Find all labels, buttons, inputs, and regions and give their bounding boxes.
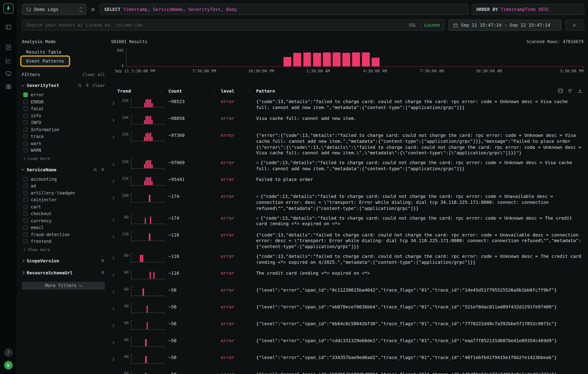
filter-option-WARN[interactable]: WARN (23, 147, 105, 154)
checkbox-info[interactable] (23, 113, 28, 118)
checkbox-checkout[interactable] (23, 211, 28, 216)
histogram-bar[interactable] (313, 53, 321, 66)
source-selector[interactable]: Demo Logs (22, 4, 86, 15)
pin-icon[interactable] (85, 83, 90, 88)
expand-chevron-icon[interactable] (111, 253, 117, 261)
checkbox-warn[interactable] (23, 141, 28, 146)
checkbox-cart[interactable] (23, 204, 28, 209)
pattern-row[interactable]: 60~58error{"level":"error","span_id":"b9… (111, 369, 583, 374)
search-icon[interactable] (78, 83, 82, 88)
pattern-row[interactable]: 60~58error{"level":"error","span_id":"33… (111, 353, 583, 369)
filter-option-info[interactable]: info (23, 112, 105, 119)
checkbox-ad[interactable] (23, 184, 28, 188)
expand-chevron-icon[interactable] (111, 132, 117, 139)
pin-icon[interactable] (101, 270, 105, 275)
histogram-bar[interactable] (323, 52, 331, 66)
source-settings-button[interactable]: ⚙ (90, 4, 96, 15)
download-icon[interactable] (577, 88, 583, 94)
checkbox-fatal[interactable] (23, 107, 28, 111)
histogram-bar[interactable] (284, 57, 292, 66)
expand-chevron-icon[interactable] (111, 354, 117, 362)
checkbox-trace[interactable] (23, 134, 28, 139)
expand-chevron-icon[interactable] (111, 303, 117, 311)
expand-chevron-icon[interactable] (111, 176, 117, 184)
filter-option-error[interactable]: ✓error (23, 91, 105, 98)
checkbox-email[interactable] (23, 225, 28, 230)
pattern-row[interactable]: 180~174error×{"code":13,"details":"faile… (111, 192, 583, 213)
checkbox-currency[interactable] (23, 218, 28, 223)
nav-live-tail-button[interactable] (3, 68, 13, 79)
severity-clear-button[interactable]: Clear (93, 83, 105, 88)
severity-load-more[interactable]: Load more (23, 156, 105, 161)
filter-option-currency[interactable]: currency (23, 217, 105, 224)
expand-chevron-icon[interactable] (111, 320, 117, 328)
pattern-row[interactable]: 120~116error{"code":13,"details":"failed… (111, 230, 583, 252)
app-logo[interactable] (3, 3, 13, 13)
expand-chevron-icon[interactable] (111, 371, 117, 374)
pattern-row[interactable]: 60~116errorThe credit card (ending <*> e… (111, 268, 583, 285)
help-button[interactable]: ? (4, 348, 13, 357)
clear-all-button[interactable]: Clear all (83, 72, 105, 77)
mode-results-table[interactable]: Results Table (22, 48, 66, 56)
expand-chevron-icon[interactable] (111, 214, 117, 222)
service-show-more[interactable]: Show more (23, 247, 105, 253)
nav-dashboards-button[interactable] (3, 81, 13, 92)
filter-option-fraud-detection[interactable]: fraud-detection (23, 231, 105, 238)
checkbox-ERROR[interactable] (23, 100, 28, 104)
scope-version-group-header[interactable]: ScopeVersion (22, 257, 105, 264)
lucene-mode-toggle[interactable]: Lucene (424, 22, 440, 28)
histogram-bar[interactable] (362, 52, 370, 66)
filter-option-ERROR[interactable]: ERROR (23, 98, 105, 105)
expand-chevron-icon[interactable] (111, 98, 117, 106)
pin-icon[interactable] (101, 167, 105, 172)
expand-chevron-icon[interactable] (111, 193, 117, 201)
events-histogram[interactable]: 80K 0 (111, 48, 583, 67)
filter-option-artillery-loadgen[interactable]: artillery-loadgen (23, 190, 105, 196)
checkbox-WARN[interactable] (23, 148, 28, 153)
code-view-icon[interactable] (558, 88, 563, 94)
histogram-bar[interactable] (294, 53, 301, 66)
nav-chart-button[interactable] (3, 55, 13, 66)
date-range-picker[interactable]: Sep 11 15:47:14 - Sep 12 15:47:14 (448, 20, 561, 31)
search-input[interactable] (26, 20, 405, 30)
expand-chevron-icon[interactable] (111, 159, 117, 167)
filter-option-warn[interactable]: warn (23, 140, 105, 147)
filter-option-INFO[interactable]: INFO (23, 119, 105, 126)
pattern-row[interactable]: 60~58error{"level":"error","span_id":"cd… (111, 336, 583, 353)
filter-option-trace[interactable]: trace (23, 133, 105, 140)
checkbox-INFO[interactable] (23, 121, 28, 125)
checkbox-artillery-loadgen[interactable] (23, 191, 28, 195)
pattern-row[interactable]: 60~174error×{"code":13,"details":"failed… (111, 213, 583, 230)
pattern-row[interactable]: 60~58error{"level":"error","span_id":"0c… (111, 285, 583, 302)
column-header-trend[interactable]: Trend (117, 89, 168, 94)
expand-chevron-icon[interactable] (111, 115, 117, 122)
checkbox-Information[interactable] (23, 127, 28, 132)
pattern-row[interactable]: 22K~97069error×{"code":13,"details":"fai… (111, 158, 583, 175)
search-icon[interactable] (93, 167, 97, 172)
more-filters-button[interactable]: More filters (22, 282, 105, 290)
search-bar[interactable]: SQL | Lucene (22, 20, 444, 31)
checkbox-fraud-detection[interactable] (23, 232, 28, 237)
run-query-button[interactable]: ▷ (566, 20, 584, 31)
expand-chevron-icon[interactable] (111, 337, 117, 345)
column-header-level[interactable]: level (221, 89, 256, 94)
filter-option-cart[interactable]: cart (23, 203, 105, 210)
service-group-header[interactable]: ServiceName (22, 166, 105, 173)
filter-option-Information[interactable]: Information (23, 126, 105, 133)
checkbox-cainjector[interactable] (23, 198, 28, 202)
filter-option-frontend[interactable]: frontend (23, 238, 105, 245)
expand-chevron-icon[interactable] (111, 231, 117, 239)
sql-select-input[interactable]: SELECT Timestamp, ServiceName, SeverityT… (100, 4, 468, 15)
collapse-sidebar-button[interactable] (3, 22, 13, 32)
filter-option-cainjector[interactable]: cainjector (23, 196, 105, 203)
filter-option-email[interactable]: email (23, 224, 105, 231)
pattern-row[interactable]: 22K~95441errorFailed to place order (111, 175, 583, 192)
pattern-row[interactable]: 60~116error{"code":13,"details":"failed … (111, 252, 583, 268)
histogram-bar[interactable] (333, 52, 340, 66)
histogram-bar[interactable] (372, 58, 379, 66)
expand-chevron-icon[interactable] (111, 287, 117, 294)
pattern-row[interactable]: 60~58error{"level":"error","span_id":"eb… (111, 302, 583, 319)
nav-logs-button[interactable] (3, 42, 13, 52)
expand-chevron-icon[interactable] (111, 270, 117, 277)
sql-mode-toggle[interactable]: SQL (409, 22, 416, 28)
